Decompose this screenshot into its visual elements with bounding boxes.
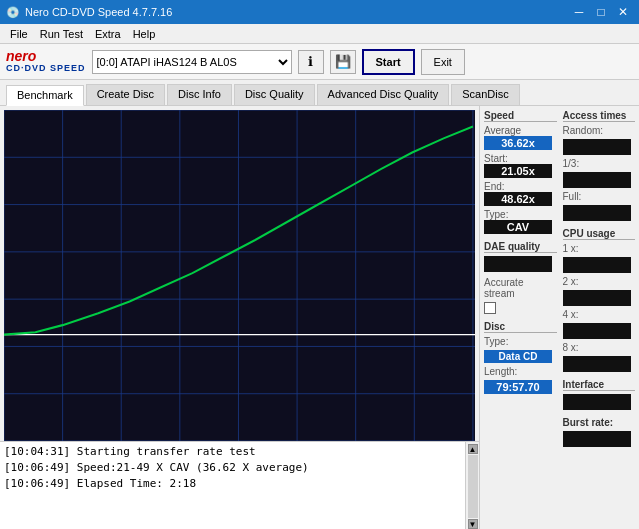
title-bar-left: 💿 Nero CD-DVD Speed 4.7.7.16: [6, 6, 172, 19]
speed-start-section: Start: 21.05x: [484, 153, 557, 178]
tabs: Benchmark Create Disc Disc Info Disc Qua…: [0, 80, 639, 106]
speed-end-section: End: 48.62x: [484, 181, 557, 206]
svg-rect-0: [4, 110, 475, 441]
access-times-title: Access times: [563, 110, 636, 122]
right-top-cols: Speed Average 36.62x Start: 21.05x End: …: [484, 110, 635, 447]
onethird-value: [563, 172, 631, 188]
menu-bar: File Run Test Extra Help: [0, 24, 639, 44]
speed-start-label: Start:: [484, 153, 557, 164]
speed-title: Speed: [484, 110, 557, 122]
2x-value: [563, 290, 631, 306]
close-button[interactable]: ✕: [613, 3, 633, 21]
random-label: Random:: [563, 125, 636, 136]
disc-type-value: Data CD: [484, 350, 552, 363]
log-area: [10:04:31] Starting transfer rate test […: [0, 441, 479, 529]
interface-value: [563, 394, 631, 410]
save-icon-button[interactable]: 💾: [330, 50, 356, 74]
logo: nero CD·DVD SPEED: [6, 49, 86, 74]
menu-run-test[interactable]: Run Test: [34, 27, 89, 41]
speed-end-value: 48.62x: [484, 192, 552, 206]
accurate-stream-checkbox-row: [484, 302, 557, 314]
chart-container: 56 X 48 X 40 X 32 X 24 X 16 X 8 X 24 20 …: [4, 110, 475, 441]
right-panel: Speed Average 36.62x Start: 21.05x End: …: [479, 106, 639, 529]
log-scrollbar[interactable]: ▲ ▼: [465, 442, 479, 529]
toolbar: nero CD·DVD SPEED [0:0] ATAPI iHAS124 B …: [0, 44, 639, 80]
speed-start-value: 21.05x: [484, 164, 552, 178]
drive-select[interactable]: [0:0] ATAPI iHAS124 B AL0S: [92, 50, 292, 74]
8x-label: 8 x:: [563, 342, 636, 353]
full-value: [563, 205, 631, 221]
4x-label: 4 x:: [563, 309, 636, 320]
exit-button[interactable]: Exit: [421, 49, 465, 75]
app-icon: 💿: [6, 6, 20, 19]
1x-value: [563, 257, 631, 273]
8x-value: [563, 356, 631, 372]
2x-label: 2 x:: [563, 276, 636, 287]
log-line-1: [10:04:31] Starting transfer rate test: [4, 444, 461, 460]
burst-rate-title: Burst rate:: [563, 417, 636, 428]
right-left-col: Speed Average 36.62x Start: 21.05x End: …: [484, 110, 557, 447]
full-label: Full:: [563, 191, 636, 202]
info-icon-button[interactable]: ℹ: [298, 50, 324, 74]
scroll-up-button[interactable]: ▲: [468, 444, 478, 454]
scroll-down-button[interactable]: ▼: [468, 519, 478, 529]
start-button[interactable]: Start: [362, 49, 415, 75]
speed-average-value: 36.62x: [484, 136, 552, 150]
speed-type-value: CAV: [484, 220, 552, 234]
tab-scan-disc[interactable]: ScanDisc: [451, 84, 519, 105]
title-bar-controls: ─ □ ✕: [569, 3, 633, 21]
disc-title: Disc: [484, 321, 557, 333]
right-right-col: Access times Random: 1/3: Full: CPU usag…: [563, 110, 636, 447]
disc-length-value: 79:57.70: [484, 380, 552, 394]
speed-end-label: End:: [484, 181, 557, 192]
maximize-button[interactable]: □: [591, 3, 611, 21]
title-text: Nero CD-DVD Speed 4.7.7.16: [25, 6, 172, 18]
minimize-button[interactable]: ─: [569, 3, 589, 21]
dae-value: [484, 256, 552, 272]
tab-create-disc[interactable]: Create Disc: [86, 84, 165, 105]
speed-average-label: Average: [484, 125, 557, 136]
tab-disc-info[interactable]: Disc Info: [167, 84, 232, 105]
burst-rate-value: [563, 431, 631, 447]
log-content: [10:04:31] Starting transfer rate test […: [0, 442, 465, 529]
dae-title: DAE quality: [484, 241, 557, 253]
onethird-label: 1/3:: [563, 158, 636, 169]
menu-file[interactable]: File: [4, 27, 34, 41]
random-value: [563, 139, 631, 155]
chart-and-log: 56 X 48 X 40 X 32 X 24 X 16 X 8 X 24 20 …: [0, 106, 479, 529]
tab-advanced-disc-quality[interactable]: Advanced Disc Quality: [317, 84, 450, 105]
logo-top: nero: [6, 49, 86, 64]
cpu-usage-title: CPU usage: [563, 228, 636, 240]
menu-help[interactable]: Help: [127, 27, 162, 41]
disc-length-label: Length:: [484, 366, 557, 377]
log-line-2: [10:06:49] Speed:21-49 X CAV (36.62 X av…: [4, 460, 461, 476]
interface-title: Interface: [563, 379, 636, 391]
menu-extra[interactable]: Extra: [89, 27, 127, 41]
accurate-stream-checkbox[interactable]: [484, 302, 496, 314]
1x-label: 1 x:: [563, 243, 636, 254]
main-content: 56 X 48 X 40 X 32 X 24 X 16 X 8 X 24 20 …: [0, 106, 639, 529]
tab-disc-quality[interactable]: Disc Quality: [234, 84, 315, 105]
disc-type-label: Type:: [484, 336, 557, 347]
4x-value: [563, 323, 631, 339]
log-line-3: [10:06:49] Elapsed Time: 2:18: [4, 476, 461, 492]
speed-average-section: Average 36.62x: [484, 125, 557, 150]
title-bar: 💿 Nero CD-DVD Speed 4.7.7.16 ─ □ ✕: [0, 0, 639, 24]
chart-svg: 56 X 48 X 40 X 32 X 24 X 16 X 8 X 24 20 …: [4, 110, 475, 441]
speed-type-label: Type:: [484, 209, 557, 220]
accurate-stream-label: Accurate stream: [484, 277, 557, 299]
speed-type-section: Type: CAV: [484, 209, 557, 234]
logo-bottom: CD·DVD SPEED: [6, 64, 86, 74]
scroll-track: [468, 455, 478, 518]
tab-benchmark[interactable]: Benchmark: [6, 85, 84, 106]
